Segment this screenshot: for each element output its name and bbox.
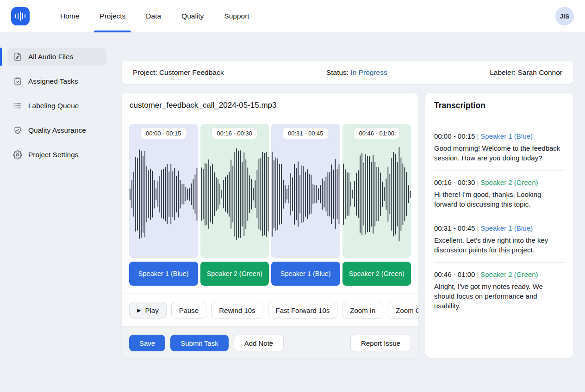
rewind-10s-button[interactable]: Rewind 10s [211,302,263,318]
transcription-panel: Transcription 00:00 - 00:15|Speaker 1 (B… [425,92,574,358]
transcript-entry: 00:16 - 00:30|Speaker 2 (Green)Hi there!… [434,178,565,209]
sidebar-item-label: Project Settings [28,151,79,159]
transcript-entry-header: 00:16 - 00:30|Speaker 2 (Green) [434,178,565,186]
transcript-time: 00:00 - 00:15 [434,132,475,140]
segment-time-badge: 00:46 - 01:00 [353,128,400,139]
sidebar: All Audio FilesAssigned TasksLabeling Qu… [0,48,114,170]
sidebar-item-label: Labeling Queue [28,102,79,110]
list-queue-icon [13,101,22,110]
transcription-list: 00:00 - 00:15|Speaker 1 (Blue)Good morni… [425,118,573,311]
transcript-entry-header: 00:46 - 01:00|Speaker 2 (Green) [434,270,565,278]
transcript-text: Good morning! Welcome to the feedback se… [434,143,565,163]
segment-time-badge: 00:16 - 00:30 [211,128,258,139]
separator: | [475,178,480,186]
segment-time-badge: 00:00 - 00:15 [140,128,187,139]
sidebar-item-label: Quality Assurance [28,126,86,135]
add-note-button[interactable]: Add Note [234,335,284,351]
waveform-graphic [342,124,411,258]
shield-check-icon [13,126,22,135]
audio-segment-4[interactable]: 00:46 - 01:00 [342,124,411,258]
audio-segment-1[interactable]: 00:00 - 00:15 [129,124,198,258]
nav-tab-data[interactable]: Data [136,0,171,32]
gear-icon [13,150,22,159]
entry-divider [434,170,565,171]
transcript-entry: 00:00 - 00:15|Speaker 1 (Blue)Good morni… [434,132,565,163]
control-label: Zoom Out [396,306,419,314]
avatar[interactable]: JIS [555,7,574,25]
main-nav: HomeProjectsDataQualitySupport [50,0,260,32]
play-button[interactable]: ▶Play [129,302,167,318]
transcript-text: Alright, I've got my notes ready. We sho… [434,282,565,311]
speaker-button-speaker-1-blue-3[interactable]: Speaker 1 (Blue) [271,262,340,286]
waveform-graphic [129,124,198,258]
control-label: Zoom In [350,306,375,314]
submit-task-button[interactable]: Submit Task [170,335,228,351]
waveform[interactable]: 00:00 - 00:1500:16 - 00:3000:31 - 00:450… [129,124,411,258]
control-label: Play [145,306,158,314]
status-label: Status: [326,68,349,76]
sidebar-item-labeling-queue[interactable]: Labeling Queue [7,97,106,115]
playback-controls: ▶PlayPauseRewind 10sFast Forward 10sZoom… [122,294,418,326]
transcript-time: 00:46 - 01:00 [434,270,475,278]
transcript-entry-header: 00:31 - 00:45|Speaker 1 (Blue) [434,224,565,232]
project-info-bar: Project: Customer Feedback Status: In Pr… [121,61,574,84]
top-bar: HomeProjectsDataQualitySupport JIS [0,0,585,33]
transcript-entry: 00:31 - 00:45|Speaker 1 (Blue)Excellent.… [434,224,565,255]
sidebar-item-project-settings[interactable]: Project Settings [7,146,106,164]
transcript-text: Hi there! I'm good, thanks. Looking forw… [434,190,565,209]
project-info: Project: Customer Feedback [133,68,224,77]
labeler-info: Labeler: Sarah Connor [490,68,562,77]
transcript-time: 00:16 - 00:30 [434,178,475,186]
zoom-out-button[interactable]: Zoom Out [388,302,419,318]
pause-button[interactable]: Pause [171,302,207,318]
sidebar-item-all-audio-files[interactable]: All Audio Files [7,48,106,66]
transcription-title: Transcription [425,93,573,118]
labeler-label: Labeler: [490,68,516,76]
zoom-in-button[interactable]: Zoom In [342,302,383,318]
speaker-button-speaker-2-green-2[interactable]: Speaker 2 (Green) [200,262,269,286]
transcript-entry: 00:46 - 01:00|Speaker 2 (Green)Alright, … [434,270,565,311]
entry-divider [434,216,565,216]
file-audio-icon [13,52,22,61]
speaker-label-row: Speaker 1 (Blue)Speaker 2 (Green)Speaker… [129,262,411,286]
status-info: Status: In Progress [326,68,387,77]
transcript-entry-header: 00:00 - 00:15|Speaker 1 (Blue) [434,132,565,140]
nav-tab-home[interactable]: Home [50,0,89,32]
project-value: Customer Feedback [159,68,224,76]
transcript-speaker: Speaker 1 (Blue) [480,224,533,232]
separator: | [475,224,480,232]
audio-segment-3[interactable]: 00:31 - 00:45 [271,124,340,258]
status-value: In Progress [350,68,387,76]
transcript-speaker: Speaker 2 (Green) [480,178,538,186]
task-actions: Save Submit Task Add Note Report Issue [122,326,418,358]
transcript-speaker: Speaker 2 (Green) [480,270,538,278]
audio-player-card: customer_feedback_call_2024-05-15.mp3 00… [121,92,419,358]
transcript-speaker: Speaker 1 (Blue) [480,132,533,140]
clipboard-check-icon [13,77,22,86]
nav-tab-support[interactable]: Support [214,0,259,32]
fast-forward-10s-button[interactable]: Fast Forward 10s [268,302,338,318]
transcript-text: Excellent. Let's dive right into the key… [434,235,565,255]
waveform-graphic [271,124,340,258]
audio-segment-2[interactable]: 00:16 - 00:30 [200,124,269,258]
speaker-button-speaker-1-blue-1[interactable]: Speaker 1 (Blue) [129,262,198,286]
sidebar-item-assigned-tasks[interactable]: Assigned Tasks [7,72,106,91]
transcript-time: 00:31 - 00:45 [434,224,475,232]
labeler-value: Sarah Connor [517,68,562,76]
nav-tab-quality[interactable]: Quality [171,0,214,32]
segment-time-badge: 00:31 - 00:45 [282,128,329,139]
waveform-section: 00:00 - 00:1500:16 - 00:3000:31 - 00:450… [122,118,418,294]
sidebar-item-quality-assurance[interactable]: Quality Assurance [7,121,106,140]
nav-tab-projects[interactable]: Projects [89,0,136,32]
project-label: Project: [133,68,157,76]
separator: | [475,270,480,278]
sidebar-item-label: Assigned Tasks [28,77,78,86]
save-button[interactable]: Save [129,335,165,351]
entry-divider [434,262,565,263]
separator: | [475,132,480,140]
speaker-button-speaker-2-green-4[interactable]: Speaker 2 (Green) [342,262,411,286]
control-label: Rewind 10s [219,306,255,314]
audio-waveform-icon[interactable] [11,7,30,25]
control-label: Pause [179,306,199,314]
report-issue-button[interactable]: Report Issue [350,335,411,351]
